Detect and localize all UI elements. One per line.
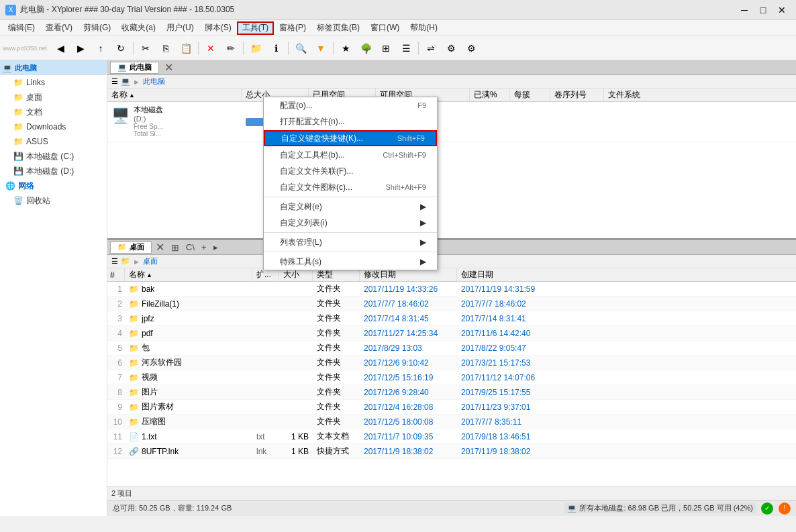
menu-tabset[interactable]: 标签页集(B) [311,21,365,36]
plus-tab-button[interactable]: + [199,242,209,252]
menu-custom-toolbar[interactable]: 自定义工具栏(b)... Ctrl+Shift+F9 [264,147,437,163]
list-item[interactable]: 7 📁视频 文件夹 2017/12/5 15:16:19 2017/11/12 … [107,370,796,385]
sidebar-item-downloads[interactable]: 📁 Downloads [0,119,107,134]
list-item[interactable]: 2 📁FileZilla(1) 文件夹 2017/7/7 18:46:02 20… [107,297,796,311]
menu-pane[interactable]: 窗格(P) [274,21,311,36]
file-type: 文本文档 [313,431,360,442]
rename-button[interactable]: ✏ [221,39,240,58]
file-name: 📁图片 [125,386,252,398]
list-item[interactable]: 12 🔗8UFTP.lnk lnk 1 KB 快捷方式 2017/11/9 18… [107,444,796,459]
sidebar-item-recycle[interactable]: 🗑️ 回收站 [0,193,107,208]
arrow-icon[interactable]: ▸ [211,242,221,252]
minimize-button[interactable]: ─ [736,3,753,17]
sidebar-item-docs[interactable]: 📁 文档 [0,105,107,119]
list-item[interactable]: 6 📁河东软件园 文件夹 2017/12/6 9:10:42 2017/3/21… [107,356,796,370]
list-item[interactable]: 3 📁jpfz 文件夹 2017/7/14 8:31:45 2017/7/14 … [107,311,796,326]
menu-tools[interactable]: 工具(T) [237,21,274,35]
top-pane-close[interactable]: ✕ [160,62,177,74]
bottom-tab-desktop[interactable]: 📁 桌面 [110,242,152,254]
paste-button[interactable]: 📋 [177,39,195,58]
menu-custom-tree[interactable]: 自定义树(e) ▶ [264,199,437,215]
menu-window[interactable]: 窗口(W) [365,21,405,36]
menu-open-config[interactable]: 打开配置文件(n)... [264,113,437,129]
file-modified: 2017/12/6 9:28:40 [360,388,457,397]
sidebar-item-drive-d[interactable]: 💾 本地磁盘 (D:) [0,164,107,178]
refresh-button[interactable]: ↻ [111,39,130,58]
file-created: 2017/11/12 14:07:06 [457,373,796,382]
top-tab-computer[interactable]: 💻 此电脑 [110,62,159,74]
settings-button[interactable]: ⚙ [462,39,481,58]
sidebar-item-asus[interactable]: 📁 ASUS [0,134,107,149]
list-item[interactable]: 10 📁压缩图 文件夹 2017/12/5 18:00:08 2017/7/7 … [107,415,796,429]
sync-button[interactable]: ⚙ [442,39,460,58]
menu-custom-assoc[interactable]: 自定义文件关联(F)... [264,163,437,179]
path-menu-icon[interactable]: ☰ [111,77,118,86]
tree-button[interactable]: 🌳 [356,39,375,58]
drive-label: 本地磁盘 [134,105,163,115]
file-name: 📁压缩图 [125,416,252,427]
menu-custom-keyboard[interactable]: 自定义键盘快捷键(K)... Shift+F9 [264,130,437,146]
forward-button[interactable]: ▶ [71,39,90,58]
col-header-cluster[interactable]: 每簇 [510,89,550,101]
menu-special-tools[interactable]: 特殊工具(s) ▶ [264,254,437,270]
maximize-button[interactable]: □ [754,3,772,17]
new-folder-button[interactable]: 📁 [246,39,265,58]
sidebar-item-links[interactable]: 📁 Links [0,75,107,90]
sidebar-links-label: Links [26,78,45,87]
menu-view[interactable]: 查看(V) [40,21,78,36]
delete-button[interactable]: ✕ [201,39,220,58]
menu-custom-icon[interactable]: 自定义文件图标(c)... Shift+Alt+F9 [264,179,437,195]
menu-edit[interactable]: 编辑(E) [3,21,40,36]
col-header-filename[interactable]: 名称 ▲ [125,268,252,281]
list-item[interactable]: 1 📁bak 文件夹 2017/11/19 14:33:26 2017/11/1… [107,282,796,297]
add-tab-icon[interactable]: ⊞ [168,242,182,253]
sidebar-recycle-label: 回收站 [26,195,50,207]
menu-config[interactable]: 配置(o)... F9 [264,97,437,113]
menu-custom-list[interactable]: 自定义列表(i) ▶ [264,215,437,231]
bottom-path-menu-icon[interactable]: ☰ [111,257,118,266]
status-warning-button[interactable]: ! [779,502,791,515]
path-computer-text[interactable]: 此电脑 [143,76,165,87]
col-header-created[interactable]: 创建日期 [457,268,796,281]
filter-button[interactable]: ▼ [311,39,330,58]
col-header-num[interactable]: # [107,268,125,281]
bottom-path-text[interactable]: 桌面 [143,256,158,266]
search-button[interactable]: 🔍 [291,39,310,58]
menu-favorites[interactable]: 收藏夹(a) [116,21,161,36]
list-item[interactable]: 9 📁图片素材 文件夹 2017/12/4 16:28:08 2017/11/2… [107,400,796,415]
up-button[interactable]: ↑ [91,39,110,58]
sidebar-item-desktop[interactable]: 📁 桌面 [0,90,107,105]
col-header-serial[interactable]: 卷序列号 [550,89,604,101]
bottom-pane-close[interactable]: ✕ [153,242,167,254]
cut-button[interactable]: ✂ [136,39,155,58]
nav-icon[interactable]: C\ [183,242,197,252]
copy-button[interactable]: ⎘ [156,39,175,58]
back-button[interactable]: ◀ [51,39,70,58]
status-ok-button[interactable]: ✓ [761,502,773,515]
compare-button[interactable]: ⇌ [421,39,440,58]
col-modified-label: 修改日期 [364,269,396,280]
menu-user[interactable]: 用户(U) [161,21,199,36]
menu-script[interactable]: 脚本(S) [199,21,237,36]
col-header-full[interactable]: 已满% [470,89,510,101]
menu-list-manage[interactable]: 列表管理(L) ▶ [264,234,437,250]
sidebar-item-computer[interactable]: 💻 此电脑 [0,60,107,75]
sidebar-item-network[interactable]: 🌐 网络 [0,178,107,193]
menu-config-label: 配置(o)... [280,100,313,111]
menu-help[interactable]: 帮助(H) [405,21,443,36]
list-item[interactable]: 5 📁包 文件夹 2017/8/29 13:03 2017/8/22 9:05:… [107,341,796,356]
col-header-fs[interactable]: 文件系统 [604,89,796,101]
grid-button[interactable]: ⊞ [377,39,395,58]
sidebar-desktop-label: 桌面 [26,92,42,103]
properties-button[interactable]: ℹ [266,39,285,58]
list-item[interactable]: 4 📁pdf 文件夹 2017/11/27 14:25:34 2017/11/6… [107,326,796,341]
sidebar-drive-c-label: 本地磁盘 (C:) [26,151,74,162]
close-button[interactable]: ✕ [773,3,791,17]
star-button[interactable]: ★ [336,39,355,58]
col-header-name[interactable]: 名称 ▲ [107,89,242,101]
list-item[interactable]: 8 📁图片 文件夹 2017/12/6 9:28:40 2017/9/25 15… [107,385,796,400]
list-button[interactable]: ☰ [397,39,415,58]
sidebar-item-drive-c[interactable]: 💾 本地磁盘 (C:) [0,149,107,164]
menu-clip[interactable]: 剪辑(G) [78,21,116,36]
list-item[interactable]: 11 📄1.txt txt 1 KB 文本文档 2017/11/7 10:09:… [107,429,796,444]
